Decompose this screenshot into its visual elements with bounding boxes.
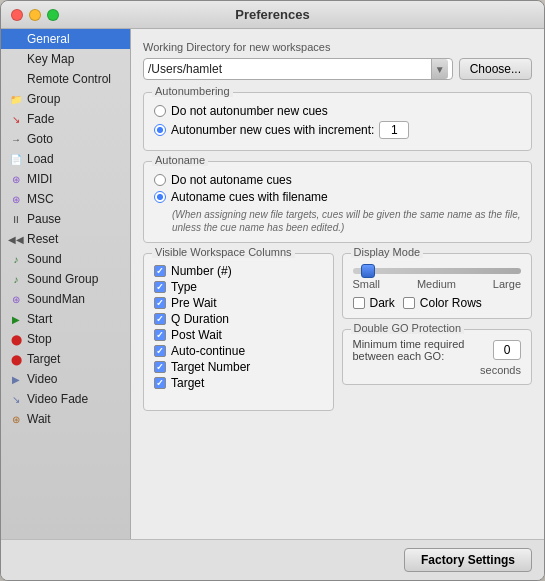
sidebar-label-pause: Pause	[27, 212, 61, 226]
general-icon	[9, 32, 23, 46]
sidebar-label-msc: MSC	[27, 192, 54, 206]
sidebar-item-keymap[interactable]: Key Map	[1, 49, 130, 69]
display-slider-container: Small Medium Large	[353, 268, 522, 290]
columns-label: Visible Workspace Columns	[152, 246, 295, 258]
col-number-check[interactable]	[154, 265, 166, 277]
sidebar-label-general: General	[27, 32, 70, 46]
autonumbering-label: Autonumbering	[152, 85, 233, 97]
sidebar-label-load: Load	[27, 152, 54, 166]
autonumber-none-row[interactable]: Do not autonumber new cues	[154, 104, 521, 118]
dir-select-arrow-icon[interactable]: ▼	[431, 59, 448, 79]
col-postwait-check[interactable]	[154, 329, 166, 341]
sidebar-item-pause[interactable]: ⏸ Pause	[1, 209, 130, 229]
col-prewait-row[interactable]: Pre Wait	[154, 296, 323, 310]
sidebar-item-group[interactable]: 📁 Group	[1, 89, 130, 109]
sidebar-item-fade[interactable]: ↘ Fade	[1, 109, 130, 129]
col-postwait-row[interactable]: Post Wait	[154, 328, 323, 342]
sidebar-item-videofade[interactable]: ↘ Video Fade	[1, 389, 130, 409]
autoname-filename-row[interactable]: Autoname cues with filename	[154, 190, 521, 204]
working-dir-select[interactable]: /Users/hamlet ▼	[143, 58, 453, 80]
colorrows-row[interactable]: Color Rows	[403, 296, 482, 310]
sidebar-item-goto[interactable]: → Goto	[1, 129, 130, 149]
col-autocontinue-label: Auto-continue	[171, 344, 245, 358]
autonumber-increment-radio[interactable]	[154, 124, 166, 136]
colorrows-checkbox[interactable]	[403, 297, 415, 309]
sidebar-item-soundgroup[interactable]: ♪ Sound Group	[1, 269, 130, 289]
pause-icon: ⏸	[9, 212, 23, 226]
sidebar-item-load[interactable]: 📄 Load	[1, 149, 130, 169]
columns-group: Visible Workspace Columns Number (#) Typ…	[143, 253, 334, 411]
double-go-inner: Minimum time required between each GO:	[353, 338, 522, 362]
window-title: Preferences	[235, 7, 309, 22]
col-number-row[interactable]: Number (#)	[154, 264, 323, 278]
sidebar-item-video[interactable]: ▶ Video	[1, 369, 130, 389]
remotecontrol-icon	[9, 72, 23, 86]
video-icon: ▶	[9, 372, 23, 386]
colorrows-label: Color Rows	[420, 296, 482, 310]
preferences-window: Preferences General Key Map Remote Contr…	[0, 0, 545, 581]
slider-medium-label: Medium	[417, 278, 456, 290]
sidebar-label-target: Target	[27, 352, 60, 366]
maximize-button[interactable]	[47, 9, 59, 21]
autoname-none-radio[interactable]	[154, 174, 166, 186]
autoname-none-label: Do not autoname cues	[171, 173, 292, 187]
wait-icon: ⊛	[9, 412, 23, 426]
sidebar-label-fade: Fade	[27, 112, 54, 126]
sidebar-item-msc[interactable]: ⊛ MSC	[1, 189, 130, 209]
soundgroup-icon: ♪	[9, 272, 23, 286]
display-mode-label: Display Mode	[351, 246, 424, 258]
col-target-row[interactable]: Target	[154, 376, 323, 390]
col-targetnumber-row[interactable]: Target Number	[154, 360, 323, 374]
sidebar-item-midi[interactable]: ⊛ MIDI	[1, 169, 130, 189]
working-dir-row: /Users/hamlet ▼ Choose...	[143, 58, 532, 80]
sidebar: General Key Map Remote Control 📁 Group ↘…	[1, 29, 131, 539]
close-button[interactable]	[11, 9, 23, 21]
sidebar-item-reset[interactable]: ◀◀ Reset	[1, 229, 130, 249]
title-bar: Preferences	[1, 1, 544, 29]
col-qduration-check[interactable]	[154, 313, 166, 325]
sidebar-item-sound[interactable]: ♪ Sound	[1, 249, 130, 269]
sidebar-item-wait[interactable]: ⊛ Wait	[1, 409, 130, 429]
go-value-input[interactable]	[493, 340, 521, 360]
autonumber-increment-row[interactable]: Autonumber new cues with increment:	[154, 121, 521, 139]
col-prewait-check[interactable]	[154, 297, 166, 309]
double-go-group: Double GO Protection Minimum time requir…	[342, 329, 533, 385]
content-area: General Key Map Remote Control 📁 Group ↘…	[1, 29, 544, 539]
slider-small-label: Small	[353, 278, 381, 290]
sidebar-item-start[interactable]: ▶ Start	[1, 309, 130, 329]
msc-icon: ⊛	[9, 192, 23, 206]
col-type-row[interactable]: Type	[154, 280, 323, 294]
col-targetnumber-check[interactable]	[154, 361, 166, 373]
col-type-check[interactable]	[154, 281, 166, 293]
sidebar-item-soundman[interactable]: ⊛ SoundMan	[1, 289, 130, 309]
sidebar-item-target[interactable]: ⬤ Target	[1, 349, 130, 369]
window-controls	[11, 9, 59, 21]
dark-row[interactable]: Dark	[353, 296, 395, 310]
choose-button[interactable]: Choose...	[459, 58, 532, 80]
sidebar-label-start: Start	[27, 312, 52, 326]
col-autocontinue-row[interactable]: Auto-continue	[154, 344, 323, 358]
working-dir-label: Working Directory for new workspaces	[143, 41, 532, 53]
factory-settings-button[interactable]: Factory Settings	[404, 548, 532, 572]
autoname-label: Autoname	[152, 154, 208, 166]
col-qduration-row[interactable]: Q Duration	[154, 312, 323, 326]
increment-input[interactable]	[379, 121, 409, 139]
autonumber-none-radio[interactable]	[154, 105, 166, 117]
col-autocontinue-check[interactable]	[154, 345, 166, 357]
dark-checkbox[interactable]	[353, 297, 365, 309]
sidebar-item-remotecontrol[interactable]: Remote Control	[1, 69, 130, 89]
sidebar-label-keymap: Key Map	[27, 52, 74, 66]
autoname-none-row[interactable]: Do not autoname cues	[154, 173, 521, 187]
double-go-label: Double GO Protection	[351, 322, 465, 334]
sidebar-item-stop[interactable]: ⬤ Stop	[1, 329, 130, 349]
footer: Factory Settings	[1, 539, 544, 580]
col-target-label: Target	[171, 376, 204, 390]
col-target-check[interactable]	[154, 377, 166, 389]
col-qduration-label: Q Duration	[171, 312, 229, 326]
minimize-button[interactable]	[29, 9, 41, 21]
sidebar-item-general[interactable]: General	[1, 29, 130, 49]
display-slider-thumb[interactable]	[361, 264, 375, 278]
autoname-filename-radio[interactable]	[154, 191, 166, 203]
soundman-icon: ⊛	[9, 292, 23, 306]
sidebar-label-group: Group	[27, 92, 60, 106]
